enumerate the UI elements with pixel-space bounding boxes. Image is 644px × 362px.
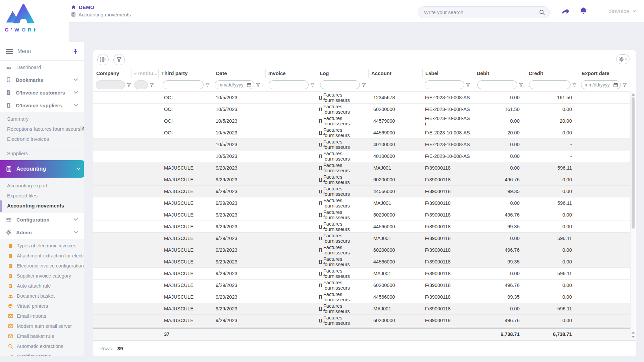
- share-button[interactable]: [560, 0, 571, 22]
- filter-funnel-icon[interactable]: [150, 83, 154, 87]
- sidebar-item-electronic-invoices[interactable]: Electronic Invoices: [0, 134, 84, 144]
- table-row[interactable]: OCI 10/5/2023 Factures fournisseurs 6020…: [93, 104, 630, 115]
- sidebar-admin-item[interactable]: Supplier invoice category: [0, 271, 84, 281]
- filter-credit-input[interactable]: [529, 80, 571, 89]
- sidebar-menu-header[interactable]: Menu: [0, 42, 84, 61]
- sidebar-admin-item[interactable]: Virtual printers: [0, 301, 84, 311]
- owork-logo[interactable]: [5, 2, 36, 27]
- col-header-export-date[interactable]: Export date: [579, 69, 630, 78]
- col-header-debit[interactable]: Debit: [474, 69, 526, 78]
- column-chooser-button[interactable]: [97, 54, 109, 65]
- sidebar-admin-item[interactable]: Modern auth email server: [0, 321, 84, 331]
- table-row[interactable]: 10/5/2023 Factures fournisseurs 40100000…: [93, 139, 630, 150]
- sidebar-admin-item[interactable]: Auto attach rule: [0, 281, 84, 291]
- sidebar-item-receptions[interactable]: Réceptions factures fournisseurs 0: [0, 124, 84, 134]
- sidebar-admin-item[interactable]: Workflow status: [0, 351, 84, 356]
- scroll-up-icon[interactable]: [632, 94, 635, 96]
- filter-log-input[interactable]: [320, 80, 360, 89]
- sidebar-item-bookmarks[interactable]: Bookmarks: [0, 73, 84, 86]
- search-input[interactable]: [418, 9, 539, 15]
- col-header-invoice[interactable]: Invoice: [265, 69, 317, 78]
- search-bar[interactable]: [418, 6, 550, 18]
- filter-invoice-input[interactable]: [269, 80, 309, 89]
- sidebar-admin-item[interactable]: Automatic extractions: [0, 341, 84, 351]
- table-row[interactable]: OCI 10/5/2023 Factures fournisseurs 4457…: [93, 115, 630, 127]
- scroll-down-icon[interactable]: [632, 336, 635, 338]
- cell-date: 10/5/2023: [213, 92, 265, 103]
- filter-debit-input[interactable]: [477, 80, 517, 89]
- table-row[interactable]: MAJUSCULE 9/29/2023 Factures fournisseur…: [93, 209, 630, 221]
- table-row[interactable]: OCI 10/5/2023 Factures fournisseurs 4456…: [93, 127, 630, 139]
- filter-funnel-icon[interactable]: [623, 83, 627, 87]
- table-row[interactable]: MAJUSCULE 9/29/2023 Factures fournisseur…: [93, 268, 630, 280]
- sidebar-item-accounting[interactable]: Accounting: [0, 160, 84, 178]
- col-header-log[interactable]: Log: [317, 69, 368, 78]
- filter-funnel-icon[interactable]: [310, 83, 315, 87]
- table-row[interactable]: OCI 10/5/2023 Factures fournisseurs 1234…: [93, 92, 630, 104]
- sidebar-item-accounting-movements[interactable]: Accounting movements: [0, 200, 84, 210]
- table-row[interactable]: MAJUSCULE 9/29/2023 Factures fournisseur…: [93, 221, 630, 233]
- col-header-company[interactable]: Company: [93, 69, 131, 78]
- notifications-bell-icon[interactable]: [579, 0, 588, 22]
- sidebar-item-configuration[interactable]: Configuration: [0, 213, 84, 226]
- table-row[interactable]: MAJUSCULE 9/29/2023 Factures fournisseur…: [93, 174, 630, 186]
- filter-funnel-icon[interactable]: [519, 83, 523, 87]
- filter-funnel-icon[interactable]: [205, 83, 210, 87]
- scrollbar-thumb[interactable]: [632, 97, 635, 229]
- search-icon[interactable]: [539, 9, 545, 15]
- filter-funnel-icon[interactable]: [572, 83, 577, 87]
- cell-third-party: MAJUSCULE: [158, 256, 213, 267]
- table-row[interactable]: 10/5/2023 Factures fournisseurs 40100000…: [93, 150, 630, 162]
- table-row[interactable]: MAJUSCULE 9/29/2023 Factures fournisseur…: [93, 244, 630, 256]
- col-header-institution[interactable]: ▸Institu...: [131, 69, 158, 78]
- grid-settings-button[interactable]: [616, 54, 630, 64]
- col-header-credit[interactable]: Credit: [526, 69, 579, 78]
- col-header-account[interactable]: Account: [368, 69, 422, 78]
- sidebar-admin-item[interactable]: Types of electronic invoices: [0, 241, 84, 251]
- sidebar-item-dashboard[interactable]: Dashboard: [0, 61, 84, 73]
- col-header-third-party[interactable]: Third party: [158, 69, 213, 78]
- table-row[interactable]: MAJUSCULE 9/29/2023 Factures fournisseur…: [93, 186, 630, 197]
- sidebar-item-oinvoice-suppliers[interactable]: O'Invoice suppliers: [0, 99, 84, 112]
- cell-institution: [131, 115, 158, 127]
- cell-third-party: OCI: [158, 115, 213, 127]
- filter-funnel-icon[interactable]: [256, 83, 260, 87]
- table-row[interactable]: MAJUSCULE 9/29/2023 Factures fournisseur…: [93, 197, 630, 209]
- sidebar-item-suppliers[interactable]: Suppliers: [0, 148, 84, 158]
- filter-funnel-icon[interactable]: [362, 83, 366, 87]
- sidebar-admin-item[interactable]: Attachment extraction for electroni: [0, 251, 84, 261]
- table-row[interactable]: MAJUSCULE 9/29/2023 Factures fournisseur…: [93, 315, 630, 326]
- sidebar-item-oinvoice-customers[interactable]: O'Invoice customers: [0, 86, 84, 99]
- sidebar-admin-item[interactable]: Electronic invoice configuration: [0, 261, 84, 271]
- sidebar-item-summary[interactable]: Summary: [0, 114, 84, 124]
- filter-third-party-input[interactable]: [163, 80, 204, 89]
- cell-invoice: [265, 162, 317, 174]
- table-row[interactable]: MAJUSCULE 9/29/2023 Factures fournisseur…: [93, 280, 630, 291]
- breadcrumb-home[interactable]: DEMO: [79, 4, 94, 10]
- pin-icon[interactable]: [73, 49, 78, 54]
- sidebar-item-admin[interactable]: Admin: [0, 226, 84, 239]
- table-row[interactable]: MAJUSCULE 9/29/2023 Factures fournisseur…: [93, 291, 630, 303]
- col-header-label[interactable]: Label: [422, 69, 474, 78]
- filter-date-input[interactable]: mm/dd/yyyy: [215, 80, 254, 89]
- hamburger-icon[interactable]: [6, 49, 13, 54]
- sidebar-admin-item[interactable]: Email basket rule: [0, 331, 84, 341]
- table-row[interactable]: MAJUSCULE 9/29/2023 Factures fournisseur…: [93, 233, 630, 244]
- cell-credit: 0.00: [526, 221, 579, 232]
- filter-button[interactable]: [113, 54, 125, 65]
- col-header-date[interactable]: Date: [213, 69, 265, 78]
- sidebar-admin-item[interactable]: Email imports: [0, 311, 84, 321]
- sidebar-item-accounting-export[interactable]: Accounting export: [0, 180, 84, 190]
- table-row[interactable]: MAJUSCULE 9/29/2023 Factures fournisseur…: [93, 162, 630, 174]
- sidebar-item-exported-files[interactable]: Exported files: [0, 190, 84, 200]
- scroll-up-icon[interactable]: [632, 331, 635, 334]
- sidebar-admin-item[interactable]: Document basket: [0, 291, 84, 301]
- table-row[interactable]: MAJUSCULE 9/29/2023 Factures fournisseur…: [93, 303, 630, 315]
- filter-export-date-input[interactable]: mm/dd/yyyy: [581, 80, 621, 89]
- filter-funnel-icon[interactable]: [466, 83, 470, 87]
- user-menu[interactable]: dinvoice: [608, 0, 636, 22]
- filter-label-input[interactable]: [425, 80, 464, 89]
- vertical-scrollbar[interactable]: [630, 92, 635, 340]
- filter-funnel-icon[interactable]: [127, 83, 131, 87]
- table-row[interactable]: MAJUSCULE 9/29/2023 Factures fournisseur…: [93, 256, 630, 268]
